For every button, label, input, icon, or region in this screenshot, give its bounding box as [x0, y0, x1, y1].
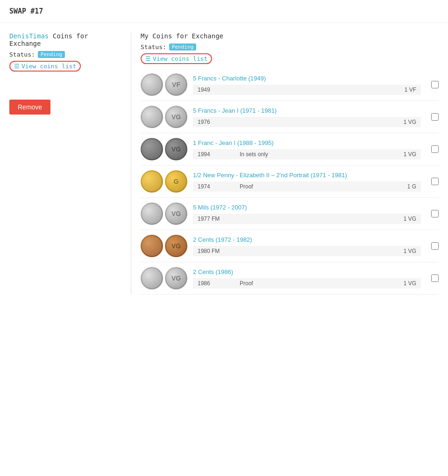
- right-status-badge: Pending: [169, 43, 196, 50]
- svg-point-0: [142, 74, 162, 95]
- coin-grade: 1 VG: [404, 119, 416, 125]
- coin-name-link[interactable]: 2 Cents (1972 - 1982): [193, 236, 252, 243]
- left-panel-title: DenisTimas Coins for Exchange: [9, 32, 121, 47]
- coin-checkbox[interactable]: [431, 113, 439, 121]
- coin-meta-row: 1974 Proof 1 G: [193, 181, 421, 192]
- coin-info: 5 Mils (1972 - 2007) 1977 FM 1 VG: [193, 203, 421, 224]
- svg-point-18: [142, 268, 162, 288]
- coin-meta-row: 1994 In sets only 1 VG: [193, 149, 421, 159]
- right-status-row: Status: Pending: [141, 43, 439, 50]
- left-status-badge: Pending: [38, 51, 65, 58]
- coin-year: 1994: [198, 151, 230, 158]
- svg-point-12: [142, 203, 162, 224]
- coin-grade: 1 VG: [404, 151, 416, 158]
- coin-reverse: VG: [165, 235, 187, 257]
- left-panel-user-link[interactable]: DenisTimas: [9, 32, 49, 40]
- coin-checkbox[interactable]: [431, 210, 439, 217]
- left-view-coins-link[interactable]: ☰ View coins list: [9, 61, 81, 72]
- coin-info: 5 Francs - Jean I (1971 - 1981) 1976 1 V…: [193, 107, 421, 127]
- right-status-label: Status:: [141, 43, 166, 50]
- in-sets-label: In sets only: [240, 151, 268, 158]
- left-panel: DenisTimas Coins for Exchange Status: Pe…: [9, 32, 121, 295]
- coin-images: VF: [141, 73, 187, 96]
- coin-row: G 1/2 New Penny - Elizabeth II – 2'nd Po…: [141, 166, 439, 198]
- coins-list: VF 5 Francs - Charlotte (1949) 1949 1 VF: [141, 69, 439, 295]
- coin-checkbox[interactable]: [431, 242, 439, 250]
- left-status-label: Status:: [9, 51, 35, 58]
- coin-reverse: VF: [165, 73, 187, 96]
- coin-obverse: [141, 106, 163, 128]
- coin-grade: 1 VG: [404, 280, 416, 287]
- coin-obverse: [141, 170, 163, 193]
- coin-images: VG: [141, 267, 187, 289]
- coin-grade: 1 G: [407, 183, 416, 190]
- svg-text:G: G: [174, 178, 179, 185]
- svg-point-3: [142, 107, 162, 127]
- coin-meta-row: 1986 Proof 1 VG: [193, 278, 421, 288]
- coin-info: 1 Franc - Jean I (1988 - 1995) 1994 In s…: [193, 139, 421, 159]
- coin-grade: 1 VG: [404, 248, 416, 254]
- remove-button[interactable]: Remove: [9, 100, 50, 115]
- coin-grade: 1 VF: [405, 87, 416, 93]
- coin-name-link[interactable]: 5 Francs - Charlotte (1949): [193, 75, 266, 82]
- coin-images: G: [141, 170, 187, 193]
- coin-images: VG: [141, 106, 187, 128]
- right-panel: My Coins for Exchange Status: Pending ☰ …: [131, 32, 439, 295]
- svg-point-6: [142, 139, 162, 159]
- coin-proof: Proof: [240, 183, 253, 190]
- coin-proof: Proof: [240, 280, 253, 287]
- svg-text:VF: VF: [172, 81, 180, 88]
- right-panel-title: My Coins for Exchange: [141, 32, 439, 40]
- right-view-coins-link[interactable]: ☰ View coins list: [141, 53, 212, 64]
- coin-row: VG 2 Cents (1972 - 1982) 1980 FM 1 VG: [141, 230, 439, 262]
- coin-meta-row: 1980 FM 1 VG: [193, 246, 421, 256]
- coin-meta-row: 1949 1 VF: [193, 85, 421, 95]
- coin-grade: 1 VG: [404, 216, 416, 222]
- coin-images: VG: [141, 202, 187, 225]
- coin-checkbox[interactable]: [431, 81, 439, 88]
- coin-name-link[interactable]: 1/2 New Penny - Elizabeth II – 2'nd Port…: [193, 172, 347, 179]
- svg-text:VG: VG: [171, 113, 181, 121]
- coin-year: 1980 FM: [198, 248, 230, 254]
- svg-text:VG: VG: [171, 210, 181, 217]
- svg-text:VG: VG: [171, 242, 181, 250]
- coin-row: VF 5 Francs - Charlotte (1949) 1949 1 VF: [141, 69, 439, 101]
- coin-reverse: G: [165, 170, 187, 193]
- coin-name-link[interactable]: 2 Cents (1986): [193, 268, 233, 275]
- list-icon: ☰: [14, 63, 20, 70]
- coin-obverse: [141, 202, 163, 225]
- svg-text:VG: VG: [171, 274, 181, 282]
- svg-point-9: [142, 171, 162, 192]
- coin-name-link[interactable]: 5 Mils (1972 - 2007): [193, 204, 247, 211]
- coin-reverse: VG: [165, 138, 187, 160]
- coin-obverse: [141, 138, 163, 160]
- coin-meta-row: 1976 1 VG: [193, 117, 421, 127]
- coin-obverse: [141, 73, 163, 96]
- coin-checkbox[interactable]: [431, 274, 439, 282]
- coin-info: 2 Cents (1986) 1986 Proof 1 VG: [193, 268, 421, 288]
- coin-checkbox[interactable]: [431, 178, 439, 185]
- coin-checkbox[interactable]: [431, 145, 439, 153]
- coin-year: 1976: [198, 119, 230, 125]
- coin-year: 1977 FM: [198, 216, 230, 222]
- coin-meta-row: 1977 FM 1 VG: [193, 214, 421, 224]
- coin-info: 2 Cents (1972 - 1982) 1980 FM 1 VG: [193, 236, 421, 256]
- coin-obverse: [141, 235, 163, 257]
- coin-year: 1949: [198, 87, 230, 93]
- coin-reverse: VG: [165, 202, 187, 225]
- coin-reverse: VG: [165, 267, 187, 289]
- coin-year: 1974: [198, 183, 230, 190]
- coin-name-link[interactable]: 5 Francs - Jean I (1971 - 1981): [193, 107, 277, 114]
- coin-images: VG: [141, 138, 187, 160]
- coin-name-link[interactable]: 1 Franc - Jean I (1988 - 1995): [193, 139, 274, 146]
- page-title: SWAP #17: [9, 7, 43, 15]
- coin-row: VG 5 Mils (1972 - 2007) 1977 FM 1 VG: [141, 198, 439, 230]
- page-header: SWAP #17: [0, 0, 448, 23]
- coin-year: 1986: [198, 280, 230, 287]
- coin-obverse: [141, 267, 163, 289]
- svg-text:VG: VG: [171, 145, 181, 153]
- coin-images: VG: [141, 235, 187, 257]
- svg-point-15: [142, 236, 162, 256]
- coin-reverse: VG: [165, 106, 187, 128]
- coin-row: VG 2 Cents (1986) 1986 Proof 1 VG: [141, 262, 439, 295]
